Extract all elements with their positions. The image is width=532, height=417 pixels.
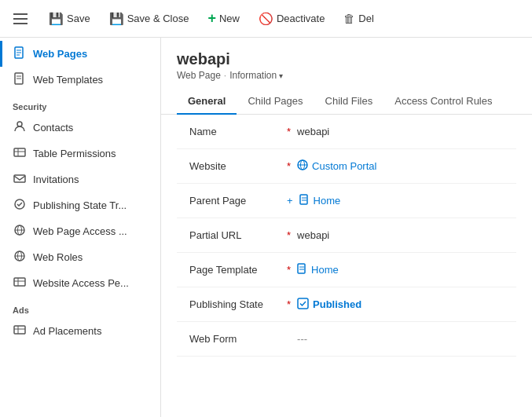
save-close-label: Save & Close: [127, 13, 189, 24]
sidebar-label-web-templates: Web Templates: [33, 74, 103, 86]
label-parent-page: Parent Page: [177, 195, 287, 207]
main-layout: Web Pages Web Templates Security Contact…: [0, 38, 532, 417]
deactivate-icon: 🚫: [259, 12, 273, 26]
svg-rect-22: [14, 326, 25, 334]
sidebar-item-table-permissions[interactable]: Table Permissions: [0, 141, 160, 166]
new-button[interactable]: + New: [200, 5, 248, 31]
page-icon-parent: [299, 194, 310, 207]
deactivate-button[interactable]: 🚫 Deactivate: [251, 7, 332, 31]
sidebar-item-web-pages[interactable]: Web Pages: [0, 41, 160, 67]
save-close-button[interactable]: 💾 Save & Close: [101, 7, 197, 31]
globe-icon: [297, 159, 308, 173]
required-page-template: *: [287, 264, 291, 276]
breadcrumb-separator: ·: [224, 70, 226, 81]
label-name: Name: [177, 126, 287, 137]
content-area: webapi Web Page · Information ▾ General …: [161, 38, 532, 417]
sidebar-label-web-roles: Web Roles: [33, 251, 83, 263]
breadcrumb-section-link[interactable]: Information ▾: [229, 70, 283, 81]
tab-general-label: General: [188, 95, 226, 107]
web-page-access-icon: [13, 224, 27, 239]
form-area: Name * webapi Website * Custom Portal Pa…: [161, 115, 532, 357]
svg-point-7: [17, 122, 22, 126]
sidebar-item-website-access[interactable]: Website Access Pe...: [0, 270, 160, 296]
ad-placements-icon: [13, 324, 27, 338]
sidebar-label-website-access: Website Access Pe...: [33, 277, 129, 289]
toolbar: 💾 Save 💾 Save & Close + New 🚫 Deactivate…: [0, 0, 532, 38]
label-page-template: Page Template: [177, 264, 287, 276]
security-section-label: Security: [0, 93, 160, 115]
published-icon: [297, 298, 309, 312]
table-permissions-icon: [13, 146, 27, 161]
save-icon: 💾: [49, 12, 64, 26]
contacts-icon: [13, 120, 27, 135]
required-partial-url: *: [287, 229, 291, 241]
chevron-down-icon: ▾: [279, 71, 283, 80]
label-partial-url: Partial URL: [177, 229, 287, 241]
tab-general[interactable]: General: [177, 89, 237, 115]
form-row-web-form: Web Form * ---: [177, 322, 516, 357]
form-row-website: Website * Custom Portal: [177, 149, 516, 184]
sidebar-item-web-page-access[interactable]: Web Page Access ...: [0, 218, 160, 244]
svg-rect-19: [14, 278, 25, 286]
value-page-template[interactable]: Home: [297, 263, 339, 276]
save-close-icon: 💾: [109, 12, 124, 26]
value-name: webapi: [297, 126, 329, 137]
form-row-page-template: Page Template * Home: [177, 253, 516, 287]
plus-icon: +: [207, 10, 216, 27]
hamburger-button[interactable]: [6, 5, 35, 33]
tab-child-files[interactable]: Child Files: [314, 89, 384, 115]
sidebar-label-web-page-access: Web Page Access ...: [33, 225, 127, 237]
web-roles-icon: [13, 250, 27, 265]
form-row-publishing-state: Publishing State * Published: [177, 287, 516, 322]
breadcrumb: Web Page · Information ▾: [177, 70, 516, 81]
sidebar-label-web-pages: Web Pages: [33, 48, 87, 60]
value-parent-page[interactable]: Home: [299, 194, 341, 207]
sidebar-label-ad-placements: Ad Placements: [33, 325, 101, 337]
sidebar-item-ad-placements[interactable]: Ad Placements: [0, 318, 160, 344]
sidebar: Web Pages Web Templates Security Contact…: [0, 38, 161, 417]
required-website: *: [287, 160, 291, 172]
parent-page-value-text: Home: [314, 195, 341, 207]
sidebar-item-invitations[interactable]: Invitations: [0, 166, 160, 192]
svg-rect-28: [300, 195, 307, 204]
page-title: webapi: [177, 50, 516, 68]
ads-section-label: Ads: [0, 296, 160, 318]
publishing-state-value-text: Published: [313, 298, 361, 310]
breadcrumb-section-label: Information: [229, 70, 277, 81]
page-template-value-text: Home: [311, 264, 339, 276]
sidebar-label-publishing-state: Publishing State Tr...: [33, 199, 127, 211]
save-button[interactable]: 💾 Save: [41, 7, 98, 31]
website-access-icon: [13, 276, 27, 291]
breadcrumb-entity: Web Page: [177, 70, 221, 81]
tab-child-pages[interactable]: Child Pages: [237, 89, 314, 115]
sidebar-item-web-roles[interactable]: Web Roles: [0, 244, 160, 270]
menu-icon: [13, 13, 28, 24]
tab-child-pages-label: Child Pages: [248, 95, 303, 107]
new-label: New: [219, 13, 240, 24]
delete-icon: 🗑: [343, 12, 355, 25]
sidebar-label-contacts: Contacts: [33, 122, 73, 134]
value-website[interactable]: Custom Portal: [297, 159, 376, 173]
svg-rect-8: [14, 148, 25, 156]
website-value-text: Custom Portal: [312, 160, 376, 172]
form-row-name: Name * webapi: [177, 115, 516, 149]
delete-button[interactable]: 🗑 Del: [336, 7, 382, 30]
value-publishing-state[interactable]: Published: [297, 298, 361, 312]
svg-rect-11: [14, 175, 25, 182]
sidebar-item-web-templates[interactable]: Web Templates: [0, 67, 160, 93]
value-partial-url: webapi: [297, 229, 329, 241]
form-row-partial-url: Partial URL * webapi: [177, 218, 516, 253]
value-web-form: ---: [297, 333, 307, 345]
delete-label: Del: [358, 13, 374, 24]
tab-access-control[interactable]: Access Control Rules: [383, 89, 503, 115]
web-pages-icon: [13, 46, 27, 61]
tab-child-files-label: Child Files: [325, 95, 373, 107]
save-label: Save: [67, 13, 90, 24]
sidebar-item-publishing-state[interactable]: Publishing State Tr...: [0, 192, 160, 218]
label-website: Website: [177, 160, 287, 172]
sidebar-item-contacts[interactable]: Contacts: [0, 115, 160, 141]
web-templates-icon: [13, 72, 27, 87]
label-web-form: Web Form: [177, 333, 287, 345]
label-publishing-state: Publishing State: [177, 298, 287, 310]
tab-access-control-label: Access Control Rules: [394, 95, 492, 107]
